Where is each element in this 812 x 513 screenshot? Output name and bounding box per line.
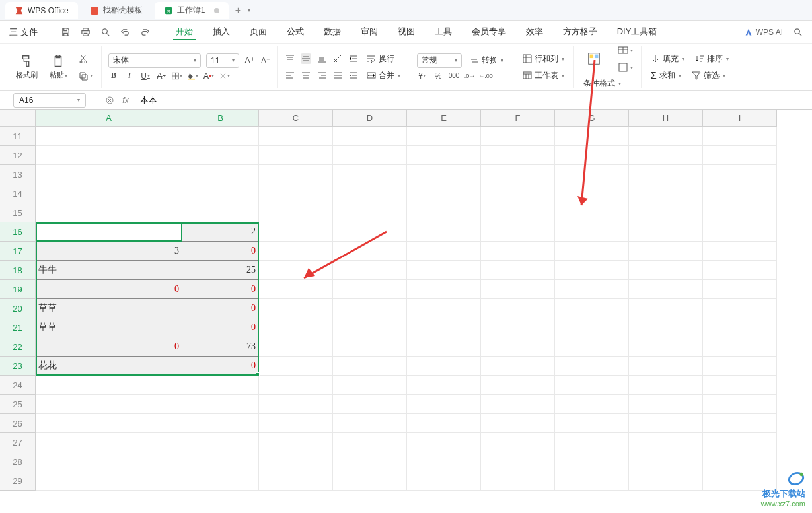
menu-tab-11[interactable]: DIY工具箱 bbox=[614, 24, 660, 40]
row-header-24[interactable]: 24 bbox=[0, 376, 36, 395]
cell-I16[interactable] bbox=[703, 222, 777, 242]
redo-icon[interactable] bbox=[140, 27, 151, 38]
cell-B20[interactable]: 0 bbox=[182, 299, 259, 318]
cell-E27[interactable] bbox=[407, 433, 481, 452]
undo-icon[interactable] bbox=[120, 27, 131, 38]
cell-F19[interactable] bbox=[481, 280, 555, 299]
cell-A15[interactable] bbox=[36, 203, 182, 222]
indent-increase-button[interactable] bbox=[348, 70, 359, 81]
cell-H26[interactable] bbox=[629, 414, 703, 433]
preview-icon[interactable] bbox=[100, 27, 111, 38]
cell-E23[interactable] bbox=[407, 357, 481, 376]
cell-D19[interactable] bbox=[333, 280, 407, 299]
cancel-icon[interactable] bbox=[104, 95, 115, 106]
worksheet-button[interactable]: 工作表▾ bbox=[520, 69, 567, 83]
cell-E18[interactable] bbox=[407, 261, 481, 280]
cell-A20[interactable]: 草草 bbox=[36, 299, 182, 318]
justify-button[interactable] bbox=[332, 70, 343, 81]
menu-tab-8[interactable]: 会员专享 bbox=[469, 24, 509, 40]
app-tab[interactable]: WPS Office bbox=[5, 2, 78, 19]
underline-button[interactable]: U▾ bbox=[140, 71, 151, 81]
search-icon[interactable] bbox=[792, 27, 803, 38]
col-header-A[interactable]: A bbox=[36, 110, 182, 127]
row-header-14[interactable]: 14 bbox=[0, 184, 36, 203]
menu-tab-7[interactable]: 工具 bbox=[432, 24, 455, 40]
cell-I26[interactable] bbox=[703, 414, 777, 433]
cell-G28[interactable] bbox=[555, 452, 629, 471]
cell-E24[interactable] bbox=[407, 376, 481, 395]
cell-C14[interactable] bbox=[259, 184, 333, 203]
cell-D13[interactable] bbox=[333, 165, 407, 184]
cell-I15[interactable] bbox=[703, 203, 777, 222]
menu-tab-2[interactable]: 页面 bbox=[247, 24, 270, 40]
number-format-select[interactable]: 常规▾ bbox=[417, 53, 462, 68]
cell-B14[interactable] bbox=[182, 184, 259, 203]
row-header-15[interactable]: 15 bbox=[0, 203, 36, 222]
cell-D24[interactable] bbox=[333, 376, 407, 395]
conditional-format-button[interactable]: 条件格式▾ bbox=[581, 77, 624, 90]
currency-button[interactable]: ¥▾ bbox=[417, 71, 427, 81]
cell-A22[interactable]: 0 bbox=[36, 337, 182, 357]
cell-C26[interactable] bbox=[259, 414, 333, 433]
col-header-B[interactable]: B bbox=[182, 110, 259, 127]
menu-tab-4[interactable]: 数据 bbox=[321, 24, 344, 40]
row-header-19[interactable]: 19 bbox=[0, 280, 36, 299]
percent-button[interactable]: % bbox=[433, 71, 443, 81]
cell-B22[interactable]: 73 bbox=[182, 337, 259, 357]
cell-H25[interactable] bbox=[629, 395, 703, 414]
cell-A23[interactable]: 花花 bbox=[36, 357, 182, 376]
tab-add-button[interactable]: + bbox=[231, 5, 244, 17]
cell-C22[interactable] bbox=[259, 337, 333, 357]
filter-button[interactable]: 筛选▾ bbox=[689, 69, 728, 83]
row-header-11[interactable]: 11 bbox=[0, 127, 36, 146]
row-header-21[interactable]: 21 bbox=[0, 318, 36, 337]
cell-B17[interactable]: 0 bbox=[182, 242, 259, 261]
cell-A26[interactable] bbox=[36, 414, 182, 433]
paste-button[interactable]: 粘贴▾ bbox=[45, 54, 71, 80]
cell-E15[interactable] bbox=[407, 203, 481, 222]
cell-D27[interactable] bbox=[333, 433, 407, 452]
wps-ai-button[interactable]: WPS AI bbox=[744, 28, 783, 37]
cell-C23[interactable] bbox=[259, 357, 333, 376]
cell-A11[interactable] bbox=[36, 127, 182, 146]
cell-C20[interactable] bbox=[259, 299, 333, 318]
cell-I19[interactable] bbox=[703, 280, 777, 299]
strikethrough-button[interactable]: A▾ bbox=[156, 71, 166, 81]
cell-D18[interactable] bbox=[333, 261, 407, 280]
indent-decrease-button[interactable] bbox=[348, 53, 359, 64]
cell-I12[interactable] bbox=[703, 146, 777, 165]
tab-close-icon[interactable] bbox=[214, 8, 219, 13]
cell-G21[interactable] bbox=[555, 318, 629, 337]
cell-H20[interactable] bbox=[629, 299, 703, 318]
cell-A13[interactable] bbox=[36, 165, 182, 184]
cell-E26[interactable] bbox=[407, 414, 481, 433]
col-header-F[interactable]: F bbox=[481, 110, 555, 127]
cell-I22[interactable] bbox=[703, 337, 777, 357]
col-header-E[interactable]: E bbox=[407, 110, 481, 127]
cell-F23[interactable] bbox=[481, 357, 555, 376]
styles-button[interactable] bbox=[581, 51, 607, 66]
sum-button[interactable]: Σ求和▾ bbox=[648, 69, 684, 83]
cell-D28[interactable] bbox=[333, 452, 407, 471]
cell-H11[interactable] bbox=[629, 127, 703, 146]
row-header-29[interactable]: 29 bbox=[0, 471, 36, 491]
cell-I23[interactable] bbox=[703, 357, 777, 376]
row-header-22[interactable]: 22 bbox=[0, 337, 36, 357]
cell-C11[interactable] bbox=[259, 127, 333, 146]
cell-E22[interactable] bbox=[407, 337, 481, 357]
cell-H14[interactable] bbox=[629, 184, 703, 203]
cell-F25[interactable] bbox=[481, 395, 555, 414]
cell-H27[interactable] bbox=[629, 433, 703, 452]
table-style-button[interactable]: ▾ bbox=[616, 44, 634, 57]
cell-G20[interactable] bbox=[555, 299, 629, 318]
row-header-13[interactable]: 13 bbox=[0, 165, 36, 184]
cell-D11[interactable] bbox=[333, 127, 407, 146]
align-right-button[interactable] bbox=[316, 70, 327, 81]
cell-A28[interactable] bbox=[36, 452, 182, 471]
cell-B21[interactable]: 0 bbox=[182, 318, 259, 337]
cell-A25[interactable] bbox=[36, 395, 182, 414]
cell-G29[interactable] bbox=[555, 471, 629, 491]
cell-I13[interactable] bbox=[703, 165, 777, 184]
cell-E28[interactable] bbox=[407, 452, 481, 471]
clear-format-button[interactable]: ▾ bbox=[219, 71, 230, 81]
